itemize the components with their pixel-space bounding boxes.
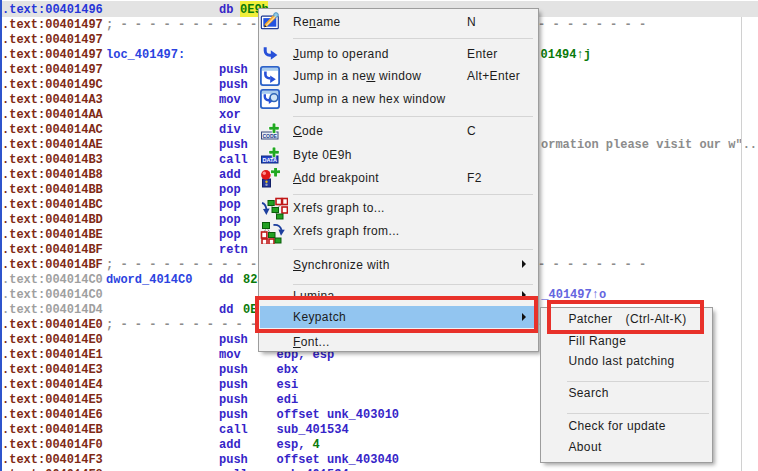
svg-text:DATA: DATA <box>262 157 277 163</box>
svg-text:CODE: CODE <box>262 133 277 139</box>
